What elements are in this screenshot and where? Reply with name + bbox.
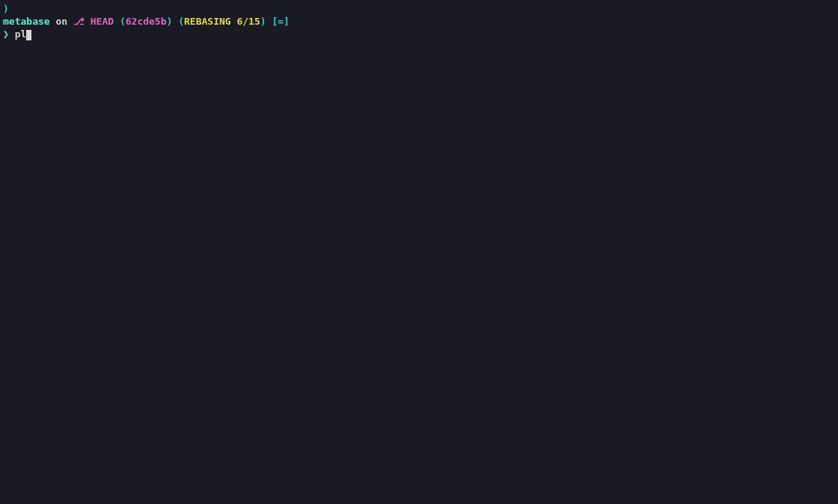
- typed-command[interactable]: pl: [15, 28, 27, 41]
- on-text: on: [50, 16, 73, 28]
- space-1: [172, 16, 178, 28]
- git-branch-icon: ⎇: [73, 16, 85, 28]
- rebasing-status: REBASING 6/15: [184, 16, 260, 28]
- open-bracket: [: [272, 16, 278, 28]
- open-paren-2: (: [178, 16, 184, 28]
- close-bracket: ]: [284, 16, 290, 28]
- close-paren-2: ): [260, 16, 266, 28]
- branch-name: HEAD: [85, 16, 120, 28]
- equals-sign: =: [278, 16, 284, 28]
- open-paren-1: (: [120, 16, 126, 28]
- prompt-arrow-icon: ❯: [3, 28, 9, 41]
- close-paren-1: ): [167, 16, 173, 28]
- prompt-line-0: ): [3, 3, 835, 16]
- cursor-icon: [26, 30, 31, 40]
- prompt-symbol: ): [3, 3, 9, 16]
- space-2: [266, 16, 272, 28]
- commit-hash: 62cde5b: [126, 16, 167, 28]
- cmd-space: [9, 28, 15, 41]
- command-input-line[interactable]: ❯ pl: [3, 28, 835, 41]
- directory-name: metabase: [3, 16, 50, 28]
- prompt-line-1: metabase on ⎇ HEAD ( 62cde5b ) ( REBASIN…: [3, 16, 835, 28]
